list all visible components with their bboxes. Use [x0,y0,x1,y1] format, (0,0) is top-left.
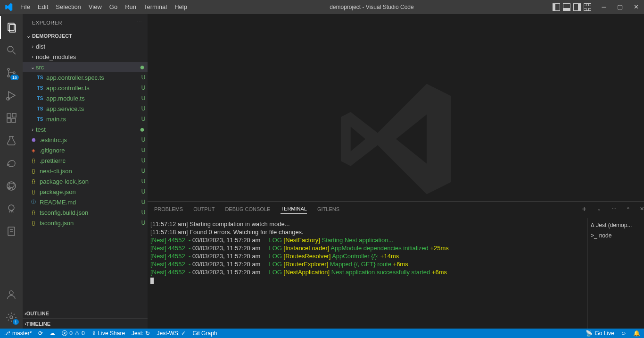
terminal-type-icon: >_ [591,232,597,239]
panel-close-icon[interactable]: ✕ [640,206,644,214]
git-status: U [139,220,148,226]
file-label: README.md [40,199,139,206]
notifications-icon[interactable]: 🔔 [633,330,640,337]
menu-edit[interactable]: Edit [34,0,52,14]
file-main-ts[interactable]: TSmain.tsU [23,114,148,124]
extensions-view-icon[interactable] [0,107,23,129]
source-control-view-icon[interactable]: 16 [0,61,23,84]
folder-node_modules[interactable]: ›node_modules [23,51,148,62]
settings-gear-icon[interactable]: 1 [0,306,23,329]
file-tsconfig-json[interactable]: {}tsconfig.jsonU [23,218,148,228]
terminal-instance[interactable]: ∆Jest (demop... [591,220,641,230]
git-status: U [139,84,148,91]
close-button[interactable]: ✕ [628,0,644,14]
svg-rect-11 [12,118,16,122]
json-file-icon: {} [29,158,38,163]
github-view-icon[interactable] [0,175,23,197]
panel-tab-problems[interactable]: PROBLEMS [154,206,183,214]
search-view-icon[interactable] [0,39,23,61]
problems-status[interactable]: ⓧ 0 ⚠ 0 [62,330,84,338]
project-manager-icon[interactable] [0,220,23,243]
folder-test[interactable]: ›test● [23,124,148,135]
file-label: test [36,126,140,133]
file--gitignore[interactable]: ◈.gitignoreU [23,145,148,155]
testing-view-icon[interactable] [0,129,23,152]
explorer-sidebar: EXPLORER ⋯ ⌄ DEMOPROJECT ›dist›node_modu… [23,14,148,329]
editor-area: PROBLEMSOUTPUTDEBUG CONSOLETERMINALGITLE… [148,14,644,329]
layout-controls[interactable] [553,3,596,11]
menu-terminal[interactable]: Terminal [140,0,171,14]
file--eslintrc-js[interactable]: ⬣.eslintrc.jsU [23,135,148,145]
menu-file[interactable]: File [17,0,34,14]
svg-point-5 [8,75,9,77]
menu-run[interactable]: Run [121,0,140,14]
file-nest-cli-json[interactable]: {}nest-cli.jsonU [23,166,148,176]
file-README-md[interactable]: ⓘREADME.mdU [23,197,148,207]
file-label: package-lock.json [40,178,139,185]
panel-tab-gitlens[interactable]: GITLENS [317,206,339,214]
folder-src[interactable]: ⌄src● [23,62,148,72]
menu-go[interactable]: Go [106,0,121,14]
md-file-icon: ⓘ [29,199,38,205]
file-app-controller-spec-ts[interactable]: TSapp.controller.spec.tsU [23,72,148,83]
git-status: U [139,188,148,195]
new-terminal-icon[interactable]: + [582,205,586,215]
git-graph-status[interactable]: Git Graph [192,330,217,337]
customize-layout-icon[interactable] [584,3,591,11]
menu-selection[interactable]: Selection [52,0,84,14]
folder-dist[interactable]: ›dist [23,41,148,51]
file-app-service-ts[interactable]: TSapp.service.tsU [23,103,148,114]
terminal-label: node [599,232,612,239]
run-debug-view-icon[interactable] [0,84,23,107]
menu-help[interactable]: Help [171,0,191,14]
go-live-status[interactable]: 📡 Go Live [586,330,614,337]
live-share-status[interactable]: ⇪ Live Share [91,330,125,337]
git-modified-dot: ● [140,127,148,132]
remote-explorer-icon[interactable] [0,152,23,175]
project-section-header[interactable]: ⌄ DEMOPROJECT [23,31,148,41]
git-status: U [139,199,148,205]
file--prettierrc[interactable]: {}.prettierrcU [23,155,148,166]
vscode-watermark-icon [335,78,457,202]
panel-more-icon[interactable]: ⋯ [611,206,617,214]
sidebar-more-icon[interactable]: ⋯ [137,19,142,25]
branch-status[interactable]: ⎇ master* [4,330,32,337]
terminal-split-dropdown-icon[interactable]: ⌄ [597,206,601,214]
git-status: U [139,136,148,143]
feedback-icon[interactable]: ☺ [621,330,627,337]
timeline-section[interactable]: ›TIMELINE [23,318,148,329]
file-package-json[interactable]: {}package.jsonU [23,186,148,197]
file-app-module-ts[interactable]: TSapp.module.tsU [23,93,148,103]
menu-view[interactable]: View [85,0,106,14]
file-app-controller-ts[interactable]: TSapp.controller.tsU [23,83,148,93]
svg-point-14 [8,205,14,211]
file-package-lock-json[interactable]: {}package-lock.jsonU [23,176,148,186]
jest-ws-status[interactable]: Jest-WS: ✓ [157,330,186,337]
git-modified-dot: ● [140,65,148,69]
json-file-icon: {} [29,179,38,184]
panel-tab-output[interactable]: OUTPUT [193,206,215,214]
docker-view-icon[interactable] [0,197,23,220]
jest-status[interactable]: Jest: ↻ [132,330,150,337]
status-bar: ⎇ master* ⟳ ☁ ⓧ 0 ⚠ 0 ⇪ Live Share Jest:… [0,329,644,338]
json-file-icon: {} [29,169,38,174]
terminal-output[interactable]: [11:57:12 am] Starting compilation in wa… [148,218,587,329]
panel-tab-terminal[interactable]: TERMINAL [281,206,307,214]
toggle-panel-icon[interactable] [563,3,570,11]
panel-tab-debug-console[interactable]: DEBUG CONSOLE [225,206,270,214]
accounts-icon[interactable] [0,283,23,306]
toggle-secondary-sidebar-icon[interactable] [573,3,581,11]
terminal-instance[interactable]: >_node [591,230,641,241]
outline-section[interactable]: ›OUTLINE [23,308,148,318]
file-label: node_modules [36,53,148,60]
ts-file-icon: TS [36,75,44,80]
file-tsconfig-build-json[interactable]: {}tsconfig.build.jsonU [23,207,148,218]
file-label: main.ts [46,116,139,123]
maximize-button[interactable]: ▢ [612,0,628,14]
toggle-primary-sidebar-icon[interactable] [553,3,560,11]
explorer-view-icon[interactable] [0,16,23,39]
cloud-status[interactable]: ☁ [50,330,55,337]
sync-status[interactable]: ⟳ [38,330,43,337]
panel-maximize-icon[interactable]: ^ [627,206,629,214]
minimize-button[interactable]: ─ [596,0,612,14]
